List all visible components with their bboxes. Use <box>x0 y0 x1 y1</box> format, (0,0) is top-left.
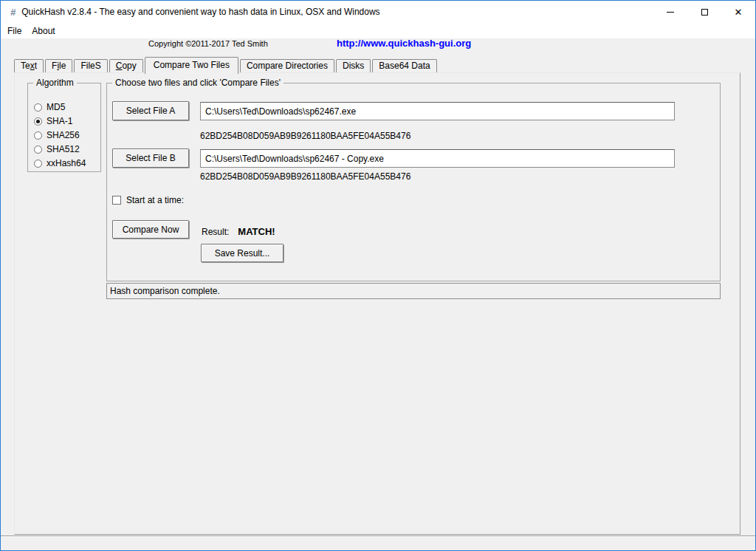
radio-xxhash64-circle <box>34 160 42 168</box>
tab-compare-two-files[interactable]: Compare Two Files <box>145 57 238 74</box>
checkbox-box <box>112 196 121 205</box>
tab-copy[interactable]: Copy <box>109 59 143 72</box>
menu-bar: File About <box>1 23 755 38</box>
algorithm-groupbox: Algorithm MD5 SHA-1 SHA256 SHA512 xxHash… <box>27 83 101 172</box>
status-bar <box>1 535 755 550</box>
window-controls: ✕ <box>653 1 755 23</box>
minimize-button[interactable] <box>653 1 687 23</box>
status-message-box: Hash comparison complete. <box>106 283 721 299</box>
menu-file[interactable]: File <box>2 24 27 38</box>
file-a-path-input[interactable] <box>200 102 675 120</box>
radio-md5[interactable]: MD5 <box>34 102 65 112</box>
tab-strip: Text File FileS Copy Compare Two Files C… <box>14 57 439 74</box>
radio-selected-dot <box>36 120 40 123</box>
compare-groupbox-title: Choose two files and click 'Compare File… <box>112 78 284 88</box>
file-a-hash: 62BD254B08D059AB9B9261180BAA5FE04A55B476 <box>200 131 410 141</box>
compare-now-button[interactable]: Compare Now <box>112 220 189 239</box>
minimize-icon <box>667 12 674 13</box>
start-at-time-checkbox[interactable]: Start at a time: <box>112 195 184 205</box>
radio-md5-circle <box>34 103 42 112</box>
radio-sha256-circle <box>34 131 42 140</box>
file-b-path-input[interactable] <box>200 149 675 168</box>
select-file-a-button[interactable]: Select File A <box>112 101 189 120</box>
start-at-time-label: Start at a time: <box>126 195 184 205</box>
app-window: # QuickHash v2.8.4 - The easy and conven… <box>0 0 756 551</box>
tab-files[interactable]: FileS <box>74 59 107 72</box>
tab-compare-directories[interactable]: Compare Directories <box>240 59 334 72</box>
menu-about[interactable]: About <box>27 24 60 38</box>
radio-sha1[interactable]: SHA-1 <box>34 116 72 126</box>
radio-sha1-circle <box>34 117 42 126</box>
title-bar: # QuickHash v2.8.4 - The easy and conven… <box>1 1 755 23</box>
tab-file[interactable]: File <box>45 59 72 72</box>
website-link[interactable]: http://www.quickhash-gui.org <box>337 38 471 49</box>
save-result-button[interactable]: Save Result... <box>201 244 284 262</box>
radio-sha256[interactable]: SHA256 <box>34 130 80 140</box>
app-icon: # <box>10 7 16 18</box>
radio-xxhash64[interactable]: xxHash64 <box>34 158 86 168</box>
select-file-b-button[interactable]: Select File B <box>112 148 189 168</box>
close-icon: ✕ <box>735 7 743 17</box>
copyright-label: Copyright ©2011-2017 Ted Smith <box>148 39 268 48</box>
maximize-icon <box>701 9 708 16</box>
result-value: MATCH! <box>238 226 275 237</box>
algorithm-groupbox-title: Algorithm <box>33 78 77 88</box>
tab-text[interactable]: Text <box>14 59 44 72</box>
tab-base64-data[interactable]: Base64 Data <box>372 59 436 72</box>
tab-disks[interactable]: Disks <box>336 59 371 72</box>
radio-sha512[interactable]: SHA512 <box>34 144 80 154</box>
radio-sha512-circle <box>34 146 42 154</box>
close-button[interactable]: ✕ <box>721 1 755 23</box>
result-label: Result: <box>202 227 229 237</box>
window-title: QuickHash v2.8.4 - The easy and convenie… <box>21 7 379 17</box>
result-row: Result: MATCH! <box>202 226 275 237</box>
file-b-hash: 62BD254B08D059AB9B9261180BAA5FE04A55B476 <box>200 171 410 182</box>
maximize-button[interactable] <box>687 1 721 23</box>
